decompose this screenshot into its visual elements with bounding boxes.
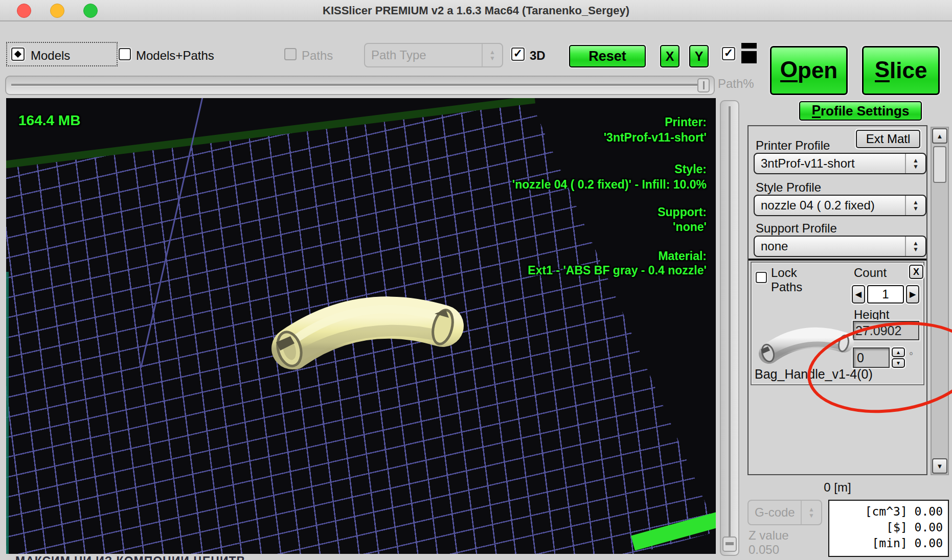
profile-settings-rest: rofile Settings bbox=[821, 103, 909, 119]
scroll-down-icon[interactable]: ▼ bbox=[932, 458, 947, 474]
support-overlay-label: Support: bbox=[658, 205, 707, 219]
open-button[interactable]: Open bbox=[770, 46, 848, 95]
path-type-select: Path Type ▲▼ bbox=[364, 43, 503, 67]
profile-settings-accel: P bbox=[812, 104, 821, 118]
count-decrement-button[interactable]: ◀ bbox=[852, 285, 865, 304]
select-arrows-icon: ▲▼ bbox=[801, 501, 821, 524]
style-overlay-value: 'nozzle 04 ( 0.2 fixed)' - Infill: 10.0% bbox=[512, 178, 707, 192]
gcode-value: G-code bbox=[749, 505, 801, 520]
models-label: Models bbox=[31, 49, 70, 63]
models-paths-label: Models+Paths bbox=[136, 49, 214, 63]
3d-label: 3D bbox=[530, 49, 546, 63]
scroll-up-icon[interactable]: ▲ bbox=[932, 128, 947, 144]
path-pct-checkbox[interactable]: ✓ bbox=[722, 47, 735, 60]
stats-cost: [$] 0.00 bbox=[834, 520, 943, 535]
path-pct-label: Path% bbox=[718, 77, 754, 91]
count-label: Count bbox=[854, 266, 887, 280]
profiles-panel: Ext Matl Printer Profile 3ntProf-v11-sho… bbox=[747, 125, 927, 475]
filament-meters-label: 0 [m] bbox=[747, 480, 927, 495]
z-value-label: Z value bbox=[749, 528, 789, 543]
clipped-bottom-text: МАКСИМ ЧИ ИЗ КОМПОНИИ ЦЕНИТВ bbox=[15, 554, 404, 560]
check-icon: ✓ bbox=[513, 48, 523, 59]
select-arrows-icon: ▲▼ bbox=[482, 44, 502, 66]
models-paths-checkbox[interactable] bbox=[119, 48, 131, 60]
select-arrows-icon: ▲▼ bbox=[905, 196, 925, 215]
viewport-3d[interactable]: 164.4 MB Printer: '3ntProf-v11-short' St… bbox=[6, 98, 716, 554]
z-value-slider[interactable] bbox=[720, 100, 739, 556]
path-pct-slider[interactable] bbox=[5, 76, 715, 95]
material-overlay-value: Ext1 - 'ABS BF gray - 0.4 nozzle' bbox=[528, 264, 707, 277]
models-radio[interactable] bbox=[11, 48, 25, 61]
slider-track bbox=[11, 84, 709, 86]
reset-button[interactable]: Reset bbox=[569, 45, 646, 67]
remove-model-button[interactable]: X bbox=[909, 265, 923, 279]
paths-label: Paths bbox=[302, 49, 333, 63]
style-profile-label: Style Profile bbox=[756, 180, 821, 195]
support-overlay-value: 'none' bbox=[673, 220, 707, 234]
slice-rest: lice bbox=[890, 58, 927, 83]
model-3d[interactable] bbox=[261, 287, 465, 377]
printer-profile-label: Printer Profile bbox=[756, 138, 830, 153]
style-profile-value: nozzle 04 ( 0.2 fixed) bbox=[755, 198, 905, 213]
slice-button[interactable]: Slice bbox=[862, 46, 940, 95]
slider-track bbox=[729, 106, 731, 550]
gcode-select: G-code ▲▼ bbox=[747, 500, 822, 525]
slider-handle[interactable] bbox=[697, 78, 710, 92]
open-accel: O bbox=[780, 59, 798, 82]
profile-settings-button[interactable]: Profile Settings bbox=[799, 101, 922, 121]
layers-icon bbox=[741, 43, 757, 63]
stats-time: [min] 0.00 bbox=[834, 535, 943, 551]
radio-dot bbox=[14, 51, 21, 58]
printer-profile-select[interactable]: 3ntProf-v11-short ▲▼ bbox=[754, 153, 926, 174]
printer-profile-value: 3ntProf-v11-short bbox=[755, 156, 905, 171]
paths-checkbox bbox=[284, 48, 297, 60]
open-rest: pen bbox=[798, 58, 837, 83]
stats-volume: [cm^3] 0.00 bbox=[834, 504, 943, 520]
z-value: 0.050 bbox=[749, 543, 779, 557]
x-button[interactable]: X bbox=[660, 45, 679, 67]
lock-paths-label-1: Lock bbox=[771, 266, 797, 280]
lock-paths-checkbox[interactable] bbox=[756, 272, 767, 283]
lock-paths-label-2: Paths bbox=[771, 280, 802, 294]
3d-checkbox[interactable]: ✓ bbox=[511, 48, 525, 61]
panel-scrollbar[interactable]: ▲ ▼ bbox=[931, 127, 949, 475]
window-title: KISSlicer PREMIUM v2 a 1.6.3 Mac64 (Tara… bbox=[0, 4, 952, 17]
style-profile-select[interactable]: nozzle 04 ( 0.2 fixed) ▲▼ bbox=[754, 195, 926, 216]
memory-usage: 164.4 MB bbox=[18, 112, 80, 129]
slider-handle[interactable] bbox=[722, 536, 737, 552]
style-overlay-label: Style: bbox=[674, 162, 707, 176]
printer-overlay-label: Printer: bbox=[665, 115, 707, 129]
select-arrows-icon: ▲▼ bbox=[905, 154, 925, 173]
material-overlay-label: Material: bbox=[658, 249, 707, 263]
height-label: Height bbox=[854, 308, 889, 322]
count-value[interactable]: 1 bbox=[867, 285, 904, 304]
count-increment-button[interactable]: ▶ bbox=[906, 285, 919, 304]
slice-accel: S bbox=[875, 59, 890, 82]
support-profile-value: none bbox=[755, 239, 905, 253]
bed-left-edge bbox=[6, 272, 9, 554]
path-type-value: Path Type bbox=[365, 48, 482, 62]
support-profile-select[interactable]: none ▲▼ bbox=[754, 236, 926, 257]
title-bar: KISSlicer PREMIUM v2 a 1.6.3 Mac64 (Tara… bbox=[0, 0, 952, 21]
ext-matl-button[interactable]: Ext Matl bbox=[856, 130, 920, 148]
select-arrows-icon: ▲▼ bbox=[905, 237, 925, 256]
print-stats-box: [cm^3] 0.00[$] 0.00[min] 0.00 bbox=[828, 500, 949, 557]
check-icon: ✓ bbox=[724, 48, 733, 59]
y-button[interactable]: Y bbox=[689, 45, 709, 67]
scrollbar-thumb[interactable] bbox=[933, 146, 946, 183]
panel-divider bbox=[749, 259, 926, 261]
support-profile-label: Support Profile bbox=[756, 221, 837, 236]
printer-overlay-value: '3ntProf-v11-short' bbox=[604, 131, 707, 145]
